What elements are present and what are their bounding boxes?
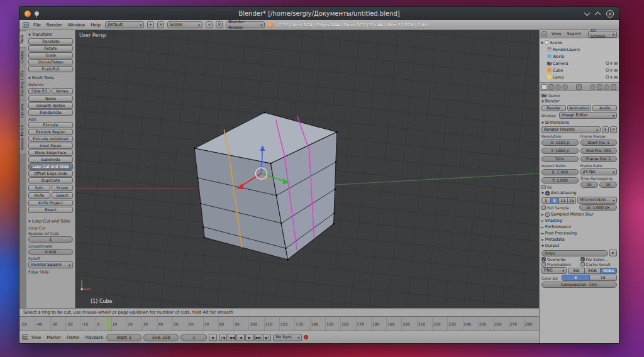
knife-button[interactable]: Knife	[28, 192, 50, 199]
selectability-icon[interactable]	[611, 69, 613, 72]
visibility-eye-icon[interactable]	[606, 75, 609, 79]
viewport-3d[interactable]: User Persp (1) Cube	[75, 30, 539, 308]
aa-size-field[interactable]: Si: 1.000 px	[579, 204, 617, 211]
renderability-icon[interactable]	[614, 76, 618, 79]
sync-mode-dropdown[interactable]: No Sync	[273, 334, 302, 341]
add-tool-button[interactable]: Subdivide	[28, 157, 73, 163]
add-tool-button[interactable]: Offset Edge Slide	[28, 170, 73, 177]
anti-aliasing-checkbox[interactable]	[545, 191, 550, 195]
render-presets-dropdown[interactable]: Render Presets	[541, 126, 601, 133]
render-tab-icon[interactable]	[541, 84, 547, 90]
remove-scene-button[interactable]	[216, 21, 223, 28]
remap-old-field[interactable]: 10	[580, 182, 598, 188]
aa-samples-16[interactable]: 16	[568, 197, 577, 204]
placeholders-checkbox[interactable]	[541, 262, 546, 266]
record-icon[interactable]	[304, 335, 308, 339]
transport-button[interactable]: ◀	[236, 334, 245, 341]
resolution-x-field[interactable]: X: 1920 p	[541, 140, 579, 146]
falloff-dropdown[interactable]: Inverse Square	[28, 261, 73, 268]
minimize-icon[interactable]	[584, 9, 591, 16]
remove-layout-button[interactable]	[157, 21, 164, 28]
texture-tab-icon[interactable]	[597, 84, 602, 90]
render-panel-header[interactable]: Render	[541, 98, 617, 104]
transport-button[interactable]: |◀	[219, 334, 227, 341]
output-path-field[interactable]: /tmp/	[541, 250, 608, 256]
transport-button[interactable]: ◀◀	[228, 334, 236, 341]
depth-16[interactable]: 16	[590, 275, 618, 281]
selectability-icon[interactable]	[611, 75, 613, 79]
add-preset-button[interactable]	[602, 126, 609, 133]
outliner-row-cube[interactable]: Cube	[541, 67, 618, 74]
resolution-percentage-field[interactable]: 50%	[541, 156, 579, 162]
transport-button[interactable]: ▶	[245, 334, 253, 341]
outliner-row-renderlayers[interactable]: RenderLayers	[541, 46, 618, 53]
output-panel-header[interactable]: Output	[541, 243, 617, 249]
collapsed-panel-header[interactable]: Metadata	[541, 236, 617, 243]
transform-tool-button[interactable]: Shrink/Fatten	[28, 59, 73, 65]
file-format-dropdown[interactable]: PNG	[541, 267, 567, 274]
channels-rgb[interactable]: RGB	[585, 268, 601, 274]
full-sample-checkbox[interactable]	[541, 206, 546, 210]
channels-rgba[interactable]: RGBA	[601, 268, 617, 274]
edge-slide-button[interactable]: Slide Ed	[28, 88, 50, 94]
aa-filter-dropdown[interactable]: Mitchell-Netr...	[577, 197, 617, 204]
depth-8[interactable]: 8	[562, 275, 590, 281]
mesh-tool-button[interactable]: Bisect	[28, 207, 73, 213]
remove-preset-button[interactable]	[610, 126, 617, 133]
aspect-y-field[interactable]: Y: 1.000	[541, 177, 579, 184]
timeline-editor-type-icon[interactable]	[22, 334, 28, 340]
frame-step-field[interactable]: Frame Ste: 1	[580, 156, 618, 162]
tab-grease-pencil[interactable]: Grease Pencil	[19, 122, 26, 154]
transform-tool-button[interactable]: Rotate	[28, 45, 73, 52]
timeline-menu-item[interactable]: Playback	[84, 335, 104, 340]
current-frame-field[interactable]: 1	[180, 334, 207, 341]
object-data-tab-icon[interactable]	[583, 84, 589, 90]
renderability-icon[interactable]	[614, 69, 618, 72]
add-tool-button[interactable]: Make Edge/Face	[28, 150, 73, 156]
transport-button[interactable]: ▶|	[263, 334, 271, 341]
file-browse-icon[interactable]: ▸	[609, 250, 617, 256]
add-tool-button[interactable]: Inset Faces	[28, 143, 73, 149]
overwrite-checkbox[interactable]	[541, 257, 546, 261]
aa-samples-11[interactable]: 11	[559, 197, 568, 204]
mesh-tool-button[interactable]: Knife Project	[28, 200, 73, 206]
particles-tab-icon[interactable]	[604, 84, 609, 90]
smoothness-field[interactable]: 0.000	[28, 249, 73, 255]
editor-type-icon[interactable]	[23, 22, 29, 28]
timeline-menu-item[interactable]: Marker	[45, 335, 62, 340]
timeline-ruler[interactable]: -50-40-30-20-100102030405060708090100110…	[19, 316, 539, 331]
aa-samples-5[interactable]: 5	[541, 197, 551, 204]
visibility-eye-icon[interactable]	[606, 62, 609, 65]
modifiers-tab-icon[interactable]	[576, 84, 582, 90]
menu-item[interactable]: Window	[67, 23, 87, 28]
knife-select-button[interactable]: Select	[52, 192, 74, 199]
tab-create[interactable]: Create	[19, 48, 26, 67]
deform-tool-button[interactable]: Randomize	[28, 109, 73, 116]
collapsed-panel-header[interactable]: Post Processing	[541, 230, 617, 236]
add-scene-button[interactable]	[206, 21, 213, 28]
pin-icon[interactable]	[35, 11, 39, 16]
visibility-eye-icon[interactable]	[606, 69, 609, 72]
frame-start-field[interactable]: Start: 1	[106, 334, 142, 341]
outliner-editor-type-icon[interactable]	[541, 31, 547, 36]
start-frame-field[interactable]: Start Fra: 1	[580, 140, 618, 146]
collapsed-panel-header[interactable]: Performance	[541, 224, 617, 230]
expand-icon[interactable]	[541, 40, 543, 45]
render-engine-selector[interactable]: Blender Render	[226, 21, 265, 28]
loop-cut-panel-header[interactable]: Loop Cut and Slide	[28, 218, 73, 224]
add-tool-button[interactable]: Duplicate	[28, 177, 73, 184]
aa-samples-8[interactable]: 8	[551, 197, 560, 204]
menu-item[interactable]: File	[32, 23, 42, 28]
scene-selector[interactable]: Scene	[167, 21, 203, 28]
transport-button[interactable]: ▶▶	[254, 334, 262, 341]
object-tab-icon[interactable]	[569, 84, 575, 90]
outliner-display-mode[interactable]: All Scenes	[588, 31, 617, 38]
window-titlebar[interactable]: Blender* [/home/sergiy/Документы/untitle…	[19, 6, 619, 20]
add-tool-button[interactable]: Extrude Region	[28, 129, 73, 135]
cache-result-checkbox[interactable]	[580, 262, 585, 266]
channels-bw[interactable]: BW	[568, 268, 585, 274]
transform-panel-header[interactable]: Transform	[28, 31, 73, 38]
number-of-cuts-field[interactable]: 1	[28, 236, 73, 243]
transform-tool-button[interactable]: Push/Pull	[28, 66, 73, 72]
add-tool-button[interactable]: Extrude Individual	[28, 136, 73, 142]
